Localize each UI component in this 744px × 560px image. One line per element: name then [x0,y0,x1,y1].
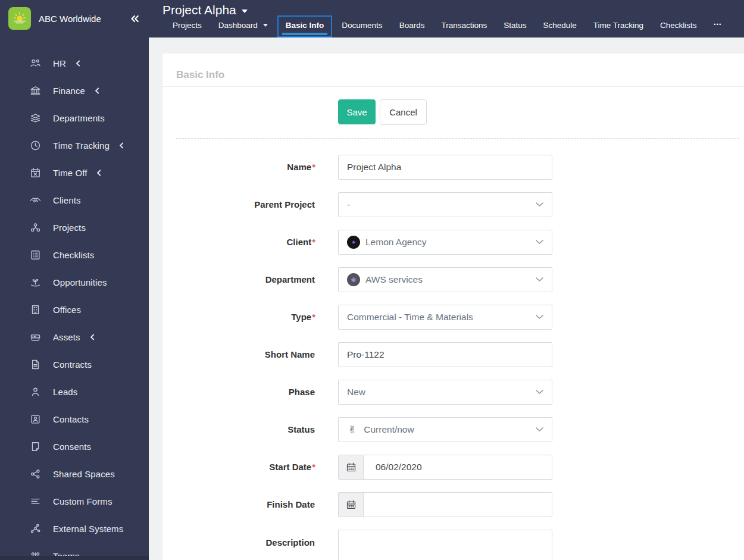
field-label: Name* [162,155,315,180]
person-icon [29,386,42,398]
sidebar-item-label: Shared Spaces [53,469,115,479]
sidebar-item-custom-forms[interactable]: Custom Forms [0,487,149,515]
id-card-icon [29,414,42,425]
tab-status[interactable]: Status [504,21,526,37]
basic-info-form: Name* Parent Project - Client* ✦ Lem [162,155,744,560]
sidebar-item-label: HR [53,58,66,68]
sidebar-item-finance[interactable]: Finance [0,77,149,104]
sidebar-item-offices[interactable]: Offices [0,296,149,323]
contract-file-icon [29,359,42,370]
more-tabs-icon: ⋯ [714,19,723,29]
sidebar-item-label: Offices [53,305,81,315]
expand-chevron-icon[interactable] [119,142,124,149]
sidebar-item-departments[interactable]: Departments [0,104,149,132]
save-button[interactable]: Save [338,99,376,124]
sidebar-item-assets[interactable]: Assets [0,323,149,351]
field-label: Finish Date [162,492,315,517]
brand-name: ABC Worldwide [39,14,101,24]
field-label: Description [162,530,315,560]
tab-documents[interactable]: Documents [342,21,382,37]
sidebar-item-checklists[interactable]: Checklists [0,241,149,268]
sidebar-item-label: Departments [53,113,105,123]
department-select[interactable]: ❀ AWS services [338,267,552,292]
sidebar-item-time-off[interactable]: Time Off [0,159,149,186]
text-lines-icon [29,496,42,507]
molecule-icon [29,523,42,534]
more-tabs-button[interactable]: ⋯ [714,19,723,37]
tab-checklists[interactable]: Checklists [660,21,697,37]
sidebar-menu: HR Finance Departments Time Tracking Tim… [0,37,149,560]
sidebar-item-leads[interactable]: Leads [0,378,149,405]
layers-icon [29,112,42,124]
sidebar-item-label: Time Tracking [53,140,110,151]
tab-time-tracking[interactable]: Time Tracking [593,21,643,37]
field-row-start-date: Start Date* [162,455,744,480]
tab-transactions[interactable]: Transactions [441,21,487,37]
sidebar-item-label: Assets [53,332,80,342]
field-label: Parent Project [162,192,315,217]
parent-project-select[interactable]: - [338,192,552,217]
expand-chevron-icon[interactable] [76,60,80,67]
sidebar-item-label: Leads [53,387,77,397]
finish-date-calendar-button[interactable] [339,493,364,517]
field-row-parent-project: Parent Project - [162,192,744,217]
sidebar-item-label: External Systems [53,524,123,534]
field-row-department: Department ❀ AWS services [162,267,744,292]
field-label: Client* [162,230,315,255]
field-label: Status [162,417,315,442]
sidebar-item-label: Contracts [53,359,92,370]
sidebar-item-shared-spaces[interactable]: Shared Spaces [0,460,149,487]
field-row-name: Name* [162,155,744,180]
field-row-finish-date: Finish Date [162,492,744,517]
sidebar-item-label: Custom Forms [53,496,112,506]
content-area: Basic Info Save Cancel Name* Parent Proj… [149,37,744,560]
field-label: Department [162,267,315,292]
sunrise-logo-icon [12,11,27,26]
sidebar-item-projects[interactable]: Projects [0,214,149,241]
sidebar-item-opportunities[interactable]: Opportunities [0,268,149,296]
sidebar-item-consents[interactable]: Consents [0,433,149,460]
chevron-down-icon [536,277,543,282]
field-row-description: Description [162,530,744,560]
start-date-input[interactable] [364,455,552,479]
type-select[interactable]: Commercial - Time & Materials [338,305,552,330]
sidebar-item-label: Opportunities [53,277,107,287]
sidebar-item-clients[interactable]: Clients [0,186,149,214]
cancel-button[interactable]: Cancel [380,99,427,125]
client-select[interactable]: ✦ Lemon Agency [338,230,552,255]
tab-dashboard[interactable]: Dashboard [218,21,268,37]
checklist-icon [29,249,42,261]
handshake-icon [29,195,42,206]
start-date-calendar-button[interactable] [339,455,364,479]
department-avatar: ❀ [347,273,360,286]
tab-projects[interactable]: Projects [173,21,202,37]
sidebar-item-contacts[interactable]: Contacts [0,405,149,433]
sidebar-item-label: Time Off [53,168,87,178]
finish-date-input[interactable] [364,493,552,517]
expand-chevron-icon[interactable] [96,170,101,176]
short-name-input[interactable] [338,342,552,367]
tab-basic-info[interactable]: Basic Info [277,15,333,37]
status-select[interactable]: ✌ Current/now [338,417,552,442]
name-input[interactable] [338,155,552,180]
sidebar-item-contracts[interactable]: Contracts [0,351,149,378]
phase-select[interactable]: New [338,380,552,405]
calendar-icon [346,462,357,473]
sidebar-item-time-tracking[interactable]: Time Tracking [0,132,149,159]
collapse-sidebar-button[interactable] [128,12,142,25]
expand-chevron-icon[interactable] [95,87,99,94]
field-label: Type* [162,305,315,330]
chevron-down-icon [536,240,543,245]
sidebar-item-external-systems[interactable]: External Systems [0,515,149,542]
field-label: Phase [162,380,315,405]
expand-chevron-icon[interactable] [90,334,95,340]
description-textarea[interactable] [338,530,552,560]
sidebar-item-hr[interactable]: HR [0,49,149,77]
sidebar-bottom-edge [0,556,149,560]
client-avatar: ✦ [347,236,360,249]
app-logo[interactable] [8,7,31,30]
sidebar-item-label: Finance [53,86,85,96]
field-label: Short Name [162,342,315,367]
tab-schedule[interactable]: Schedule [543,21,576,37]
tab-boards[interactable]: Boards [399,21,425,37]
